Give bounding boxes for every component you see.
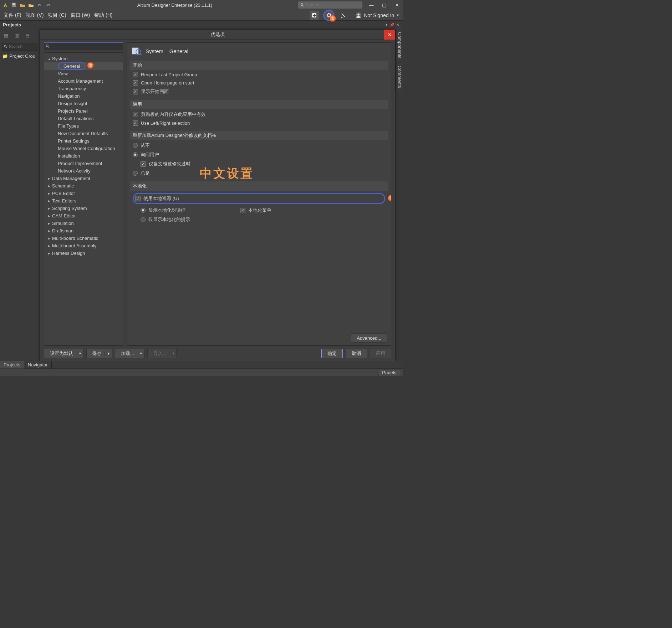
tree-item[interactable]: ▶Multi-board Schematic — [44, 235, 123, 242]
projects-search[interactable] — [2, 43, 37, 51]
preferences-button[interactable]: 1 — [323, 10, 335, 21]
callout-3: 3 — [388, 195, 391, 202]
dialog-close-button[interactable]: ✕ — [384, 30, 395, 40]
search-icon — [4, 45, 7, 49]
panel-menu-icon[interactable]: ▾ — [384, 22, 389, 27]
tree-item[interactable]: ▶Harness Design — [44, 249, 123, 257]
chevron-down-icon: ▼ — [169, 352, 175, 355]
panels-button[interactable]: Panels — [378, 370, 400, 376]
tree-item[interactable]: Design Insight — [44, 100, 123, 107]
redo-icon[interactable] — [45, 2, 51, 8]
notifications-icon[interactable] — [339, 11, 348, 20]
tree-item[interactable]: Network Activity — [44, 167, 123, 175]
menu-window[interactable]: 窗口 (W) — [71, 12, 90, 19]
tree-search[interactable] — [44, 42, 123, 50]
tab-navigator[interactable]: Navigator — [24, 361, 52, 369]
chevron-down-icon[interactable]: ▼ — [137, 352, 143, 355]
checkbox-open-home[interactable]: Open Home page on start — [133, 80, 385, 86]
tree-system-general[interactable]: General 2 — [44, 62, 123, 70]
vtab-components[interactable]: Components — [395, 29, 403, 61]
close-button[interactable]: ✕ — [393, 1, 401, 9]
chevron-down-icon[interactable]: ▼ — [105, 352, 110, 355]
checkbox-lr-selection[interactable]: Use Left/Right selection — [133, 120, 385, 126]
menu-help[interactable]: 帮助 (H) — [94, 12, 112, 19]
add-button[interactable] — [310, 11, 319, 20]
save-icon[interactable] — [11, 2, 17, 8]
projects-panel-header: Projects ▾ 📌 ✕ — [0, 21, 403, 29]
preferences-content: System – General 开始 Reopen Last Project … — [127, 42, 391, 346]
open-folder-icon[interactable] — [19, 2, 26, 8]
preferences-tree[interactable]: ◢System General 2 View Account Managemen… — [44, 52, 123, 346]
menu-file[interactable]: 文件 (F) — [4, 12, 21, 19]
radio-ask[interactable]: 询问用户 — [133, 151, 385, 158]
checkbox-reopen-project[interactable]: Reopen Last Project Group — [133, 72, 385, 77]
panel-tool-3-icon[interactable]: ▤ — [24, 31, 31, 39]
tree-item[interactable]: Account Management — [44, 77, 123, 85]
minimize-button[interactable]: — — [367, 1, 375, 9]
cancel-button[interactable]: 取消 — [346, 349, 367, 358]
tree-item[interactable]: ▶Multi-board Assembly — [44, 242, 123, 249]
window-title: Altium Designer Enterprise (23.11.1) — [54, 2, 296, 8]
tree-item[interactable]: ▶Data Management — [44, 175, 123, 182]
project-group-label: Project Grou — [9, 53, 35, 59]
menu-view[interactable]: 视图 (V) — [26, 12, 44, 19]
radio-show-local-dialog[interactable]: 显示本地化对话框 — [141, 207, 190, 213]
tree-item[interactable]: Transparency — [44, 85, 123, 92]
tab-projects[interactable]: Projects — [0, 361, 24, 369]
projects-search-input[interactable] — [9, 44, 36, 49]
tree-item[interactable]: Printer Settings — [44, 137, 123, 145]
tree-item[interactable]: ▶Scripting System — [44, 205, 123, 212]
panel-tool-1-icon[interactable]: ▦ — [2, 31, 10, 39]
project-group-row[interactable]: 📁 Project Grou — [0, 52, 40, 60]
pin-icon[interactable]: 📌 — [390, 22, 394, 27]
undo-icon[interactable] — [36, 2, 43, 8]
chevron-down-icon[interactable]: ▼ — [76, 352, 82, 355]
tree-item[interactable]: Default Locations — [44, 115, 123, 122]
app-logo-icon — [2, 2, 9, 8]
tree-item[interactable]: New Document Defaults — [44, 130, 123, 137]
checkbox-use-local-resources[interactable]: ✓ 使用本地资源 (U) 3 — [133, 193, 385, 204]
vtab-comments[interactable]: Comments — [395, 63, 403, 91]
tree-item[interactable]: ▶Schematic — [44, 182, 123, 190]
tree-search-input[interactable] — [50, 44, 121, 49]
save-button[interactable]: 保存▼ — [86, 349, 112, 358]
titlebar: Altium Designer Enterprise (23.11.1) — ▢… — [0, 0, 403, 10]
open-folder-alt-icon[interactable] — [28, 2, 34, 8]
global-search[interactable] — [298, 1, 362, 9]
checkbox-local-menu[interactable]: 本地化菜单 — [240, 207, 271, 213]
panel-tool-2-icon[interactable]: ▥ — [13, 31, 21, 39]
tree-item[interactable]: Product Improvement — [44, 160, 123, 167]
tree-item[interactable]: View — [44, 70, 123, 77]
tree-item[interactable]: ▶Draftsman — [44, 227, 123, 235]
svg-point-9 — [46, 45, 48, 47]
menu-project[interactable]: 项目 (C) — [48, 12, 66, 19]
tree-item[interactable]: File Types — [44, 122, 123, 130]
load-button[interactable]: 加载...▼ — [115, 349, 144, 358]
radio-show-local-hint[interactable]: 仅显示本地化的提示 — [141, 216, 190, 223]
set-default-button[interactable]: 设置为默认▼ — [44, 349, 83, 358]
tree-item[interactable]: Mouse Wheel Configuration — [44, 145, 123, 152]
tree-system[interactable]: ◢System — [44, 55, 123, 62]
tree-item[interactable]: Navigation — [44, 92, 123, 100]
tree-item[interactable]: ▶Text Editors — [44, 197, 123, 205]
ok-button[interactable]: 确定 — [321, 349, 343, 358]
tree-item[interactable]: ▶Simulation — [44, 220, 123, 227]
checkbox-show-start[interactable]: 显示开始画面 — [133, 88, 385, 95]
tree-item[interactable]: ▶CAM Editor — [44, 212, 123, 220]
tree-item[interactable]: Projects Panel — [44, 107, 123, 115]
tree-item[interactable]: ▶PCB Editor — [44, 190, 123, 197]
radio-never[interactable]: 从不 — [133, 142, 385, 149]
maximize-button[interactable]: ▢ — [380, 1, 388, 9]
section-local-title: 本地化 — [130, 181, 388, 191]
global-search-input[interactable] — [306, 2, 360, 7]
advanced-button[interactable]: Advanced... — [351, 333, 387, 343]
callout-2: 2 — [87, 62, 94, 69]
signin-button[interactable]: Not Signed In ▼ — [355, 12, 399, 19]
user-icon — [355, 12, 362, 19]
radio-always[interactable]: 总是 — [133, 170, 385, 176]
checkbox-clipboard-app[interactable]: 剪贴板的内容仅在此应用中有效 — [133, 111, 385, 118]
callout-1: 1 — [329, 15, 336, 22]
panel-close-icon[interactable]: ✕ — [395, 22, 400, 27]
checkbox-only-modified[interactable]: 仅当文档被修改过时 — [141, 161, 385, 167]
tree-item[interactable]: Installation — [44, 152, 123, 160]
